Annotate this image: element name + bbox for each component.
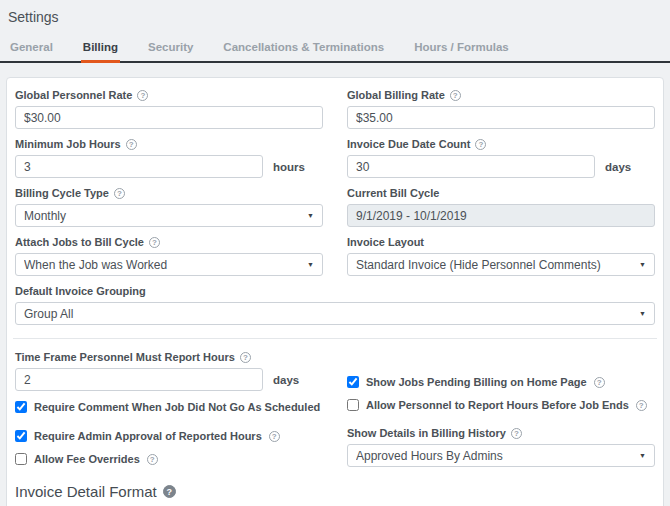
selected-value: Approved Hours By Admins <box>356 449 639 463</box>
selected-value: Standard Invoice (Hide Personnel Comment… <box>356 258 639 272</box>
caret-down-icon: ▼ <box>307 212 314 219</box>
help-icon[interactable]: ? <box>594 377 605 388</box>
time-frame-report-hours-unit: days <box>273 374 299 386</box>
selected-value: When the Job was Worked <box>24 258 307 272</box>
help-icon[interactable]: ? <box>636 400 647 411</box>
field-label-text: Default Invoice Grouping <box>15 285 146 297</box>
minimum-job-hours-input[interactable] <box>15 155 263 178</box>
attach-jobs-to-bill-cycle-select[interactable]: When the Job was Worked ▼ <box>15 253 323 276</box>
default-invoice-grouping-label: Default Invoice Grouping <box>15 285 655 297</box>
help-icon[interactable]: ? <box>137 90 148 101</box>
caret-down-icon: ▼ <box>639 261 646 268</box>
help-icon[interactable]: ? <box>450 90 461 101</box>
show-jobs-pending-checkbox[interactable] <box>347 376 359 388</box>
tab-bar: General Billing Security Cancellations &… <box>0 35 670 63</box>
help-icon[interactable]: ? <box>240 352 251 363</box>
caret-down-icon: ▼ <box>639 452 646 459</box>
help-icon[interactable]: ? <box>147 454 158 465</box>
checkbox-label: Allow Fee Overrides <box>34 453 140 465</box>
field-label-text: Invoice Due Date Count <box>347 138 470 150</box>
help-icon[interactable]: ? <box>163 485 176 498</box>
default-invoice-grouping-select[interactable]: Group All ▼ <box>15 302 655 325</box>
global-billing-rate-label: Global Billing Rate ? <box>347 89 655 101</box>
billing-cycle-type-label: Billing Cycle Type ? <box>15 187 323 199</box>
tab-general[interactable]: General <box>8 35 55 63</box>
help-icon[interactable]: ? <box>511 428 522 439</box>
tab-hours-formulas[interactable]: Hours / Formulas <box>412 35 511 63</box>
field-label-text: Billing Cycle Type <box>15 187 109 199</box>
time-frame-report-hours-input[interactable] <box>15 368 263 391</box>
invoice-layout-select[interactable]: Standard Invoice (Hide Personnel Comment… <box>347 253 655 276</box>
section-heading-text: Invoice Detail Format <box>15 483 157 500</box>
minimum-job-hours-label: Minimum Job Hours ? <box>15 138 323 150</box>
caret-down-icon: ▼ <box>639 310 646 317</box>
require-admin-approval-checkbox[interactable] <box>15 430 27 442</box>
section-divider <box>13 338 657 339</box>
global-personnel-rate-input[interactable] <box>15 106 323 129</box>
show-details-billing-history-label: Show Details in Billing History ? <box>347 427 655 439</box>
help-icon[interactable]: ? <box>149 237 160 248</box>
field-label-text: Global Personnel Rate <box>15 89 132 101</box>
show-details-billing-history-select[interactable]: Approved Hours By Admins ▼ <box>347 444 655 467</box>
attach-jobs-to-bill-cycle-label: Attach Jobs to Bill Cycle ? <box>15 236 323 248</box>
billing-cycle-type-select[interactable]: Monthly ▼ <box>15 204 323 227</box>
field-label-text: Current Bill Cycle <box>347 187 439 199</box>
page-title: Settings <box>8 9 662 25</box>
require-admin-approval-row: Require Admin Approval of Reported Hours… <box>15 430 323 442</box>
tab-billing[interactable]: Billing <box>81 35 120 63</box>
field-label-text: Show Details in Billing History <box>347 427 506 439</box>
invoice-due-date-count-unit: days <box>605 161 631 173</box>
global-billing-rate-input[interactable] <box>347 106 655 129</box>
page-header: Settings <box>0 0 670 25</box>
require-comment-row: Require Comment When Job Did Not Go As S… <box>15 401 323 413</box>
allow-fee-overrides-checkbox[interactable] <box>15 453 27 465</box>
time-frame-report-hours-label: Time Frame Personnel Must Report Hours ? <box>15 351 323 363</box>
invoice-layout-label: Invoice Layout <box>347 236 655 248</box>
tab-security[interactable]: Security <box>146 35 195 63</box>
allow-report-before-end-row: Allow Personnel to Report Hours Before J… <box>347 399 655 411</box>
selected-value: Group All <box>24 307 639 321</box>
allow-report-before-end-checkbox[interactable] <box>347 399 359 411</box>
invoice-due-date-count-label: Invoice Due Date Count ? <box>347 138 655 150</box>
checkbox-label: Allow Personnel to Report Hours Before J… <box>366 399 629 411</box>
field-label-text: Invoice Layout <box>347 236 424 248</box>
billing-settings-panel: Global Personnel Rate ? Global Billing R… <box>6 77 664 506</box>
caret-down-icon: ▼ <box>307 261 314 268</box>
checkbox-label: Require Admin Approval of Reported Hours <box>34 430 262 442</box>
selected-value: Monthly <box>24 209 307 223</box>
global-personnel-rate-label: Global Personnel Rate ? <box>15 89 323 101</box>
help-icon[interactable]: ? <box>126 139 137 150</box>
current-bill-cycle-label: Current Bill Cycle <box>347 187 655 199</box>
help-icon[interactable]: ? <box>475 139 486 150</box>
allow-fee-overrides-row: Allow Fee Overrides ? <box>15 453 323 465</box>
tab-cancellations-terminations[interactable]: Cancellations & Terminations <box>221 35 386 63</box>
show-jobs-pending-row: Show Jobs Pending Billing on Home Page ? <box>347 376 655 388</box>
field-label-text: Attach Jobs to Bill Cycle <box>15 236 144 248</box>
require-comment-checkbox[interactable] <box>15 401 27 413</box>
field-label-text: Time Frame Personnel Must Report Hours <box>15 351 235 363</box>
help-icon[interactable]: ? <box>114 188 125 199</box>
invoice-due-date-count-input[interactable] <box>347 155 595 178</box>
minimum-job-hours-unit: hours <box>273 161 305 173</box>
checkbox-label: Show Jobs Pending Billing on Home Page <box>366 376 587 388</box>
field-label-text: Global Billing Rate <box>347 89 445 101</box>
help-icon[interactable]: ? <box>269 431 280 442</box>
invoice-detail-format-heading: Invoice Detail Format ? <box>15 483 655 500</box>
field-label-text: Minimum Job Hours <box>15 138 121 150</box>
current-bill-cycle-value <box>347 204 655 227</box>
checkbox-label: Require Comment When Job Did Not Go As S… <box>34 401 320 413</box>
